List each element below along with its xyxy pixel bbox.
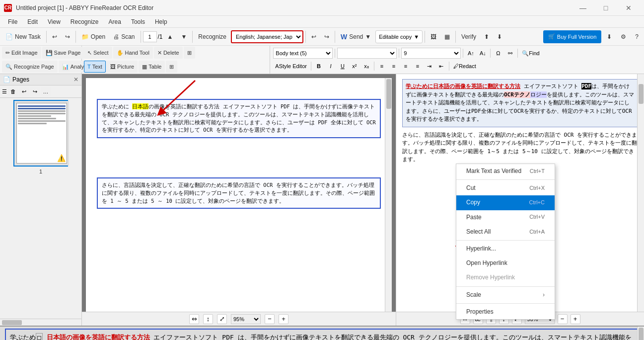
save-page-button[interactable]: 💾 Save Page [42, 47, 84, 59]
align-center-button[interactable]: ≡ [388, 61, 399, 72]
panel-redo-button[interactable]: ↪ [30, 86, 40, 96]
bottom-vscroll-thumb[interactable] [639, 328, 644, 340]
hand-tool-button[interactable]: ✋ Hand Tool [113, 47, 153, 59]
font-select[interactable] [337, 48, 397, 59]
font-increase-button[interactable]: A↑ [465, 48, 476, 59]
italic-button[interactable]: I [325, 61, 336, 72]
outdent-button[interactable]: ⇤ [436, 61, 447, 72]
word-icon[interactable]: W Send ▼ [337, 30, 374, 44]
cm-open-hyperlink[interactable]: Open Hyperlink [456, 256, 555, 270]
expand2-button[interactable]: ⊞ [166, 61, 177, 73]
menu-area[interactable]: Area [105, 16, 125, 27]
selection-box-2[interactable]: さらに、言語認識を決定して、正確な翻訳のために希望の言語で OCR を実行するこ… [97, 177, 381, 209]
align-left-button[interactable]: ≡ [376, 61, 387, 72]
bold-button[interactable]: B [313, 61, 324, 72]
pages-panel-close[interactable]: ✕ [73, 76, 78, 83]
cm-mark-verified[interactable]: Mark Text as Verified Ctrl+T [456, 164, 555, 178]
expand-button[interactable]: ⊞ [184, 47, 195, 59]
language-select[interactable]: English; Japanese; Jap [231, 30, 303, 43]
undo2-button[interactable]: ↩ [308, 30, 320, 44]
delete-button[interactable]: ✕ Delete [154, 47, 183, 59]
verify3-button[interactable]: ⬇ [494, 30, 505, 44]
superscript-button[interactable]: x² [349, 61, 360, 72]
picture-button[interactable]: 🖼 Picture [107, 61, 138, 73]
page-up-button[interactable]: ▲ [164, 30, 177, 44]
cm-cut[interactable]: Cut Ctrl+X [456, 181, 555, 195]
menu-view[interactable]: View [44, 16, 65, 27]
panel-undo-button[interactable]: ↩ [19, 86, 29, 96]
minimize-button[interactable]: — [572, 0, 594, 16]
menu-file[interactable]: File [4, 16, 21, 27]
maximize-button[interactable]: □ [594, 0, 617, 16]
cm-paste[interactable]: Paste Ctrl+V [456, 210, 555, 225]
indent-button[interactable]: ⇥ [424, 61, 435, 72]
layout-button[interactable]: ▦ [441, 30, 453, 44]
ribbon-area: ✏ Edit Image 💾 Save Page 🔍 Recognize Pag… [0, 46, 644, 74]
menu-recognize[interactable]: Recognize [67, 16, 103, 27]
verify2-button[interactable]: ⬆ [481, 30, 493, 44]
font-decrease-button[interactable]: A↓ [477, 48, 488, 59]
panel-more-button[interactable]: … [41, 86, 51, 96]
justify-button[interactable]: ≡ [412, 61, 423, 72]
verify-button[interactable]: Verify [458, 30, 480, 44]
select-button[interactable]: ↖ Select [84, 47, 112, 59]
underline-button[interactable]: U [337, 61, 348, 72]
cm-scale[interactable]: Scale › [456, 288, 555, 302]
cm-copy[interactable]: Copy Ctrl+C [456, 195, 555, 210]
settings-button[interactable]: ⚙ [617, 30, 630, 44]
help-button[interactable]: ? [632, 30, 642, 44]
editable-copy-dropdown[interactable]: Editable copy ▼ [375, 30, 423, 43]
edit-image-button[interactable]: ✏ Edit Image [2, 47, 41, 59]
style-editor-button[interactable]: A Style Editor [273, 61, 309, 72]
image-zoom-select[interactable]: 95% [231, 314, 261, 324]
recognize-page-button[interactable]: 🔍 Recognize Page [2, 61, 58, 73]
image-zoom-in-button[interactable]: + [279, 314, 288, 324]
page-thumbnail[interactable]: ⚠️ [13, 100, 68, 167]
image-vscroll[interactable] [385, 78, 392, 312]
image-align-h-button[interactable]: ⇔ [189, 314, 199, 324]
download-button[interactable]: ⬇ [603, 30, 615, 44]
recognize-button[interactable]: Recognize [195, 30, 230, 44]
size-select[interactable]: 9 [401, 48, 461, 59]
redact-button[interactable]: 🖊 Redact [451, 61, 478, 72]
special2-button[interactable]: ⚯ [504, 48, 515, 59]
right-zoom-in-button[interactable]: + [571, 314, 580, 324]
special1-button[interactable]: Ω [493, 48, 503, 59]
hscroll-thumb[interactable] [2, 320, 22, 325]
vscroll-thumb[interactable] [386, 79, 391, 109]
new-task-button[interactable]: 📄 New Task [2, 30, 44, 44]
cm-select-all[interactable]: Select All Ctrl+A [456, 225, 555, 239]
page-number-input[interactable] [143, 31, 157, 42]
right-content[interactable]: 学ぶために日本語の画像を英語に翻訳する方法 エイファーストソフト PDFは、手間… [396, 74, 644, 326]
align-right-button[interactable]: ≡ [400, 61, 411, 72]
right-text-block-1: 学ぶために日本語の画像を英語に翻訳する方法 エイファーストソフト PDFは、手間… [402, 79, 638, 127]
buy-button[interactable]: 🛒 Buy Full Version [543, 30, 601, 43]
redo-button[interactable]: ↪ [62, 30, 73, 44]
open-button[interactable]: 📁 Open [78, 30, 109, 44]
redo2-button[interactable]: ↪ [321, 30, 333, 44]
text-button[interactable]: T Text [84, 61, 106, 73]
right-vscroll[interactable] [637, 74, 644, 326]
bottom-vscroll[interactable] [637, 327, 644, 340]
menu-help[interactable]: Help [151, 16, 171, 27]
menu-tools[interactable]: Tools [127, 16, 149, 27]
close-button[interactable]: ✕ [617, 0, 640, 16]
cm-properties[interactable]: Properties [456, 305, 555, 319]
image-zoom-out-button[interactable]: − [265, 314, 275, 324]
table-button[interactable]: ▦ Table [139, 61, 165, 73]
style-select[interactable]: Body text (5) [273, 48, 333, 59]
menu-edit[interactable]: Edit [23, 16, 42, 27]
cm-hyperlink[interactable]: Hyperlink... [456, 242, 555, 256]
panel-trash-button[interactable]: 🗑 [8, 86, 18, 96]
page-down-button[interactable]: ▼ [177, 30, 190, 44]
right-vscroll-thumb[interactable] [639, 84, 644, 104]
find-button[interactable]: 🔍 Find [520, 48, 541, 59]
scan-button[interactable]: 🖨 Scan [110, 30, 138, 44]
image-align-v-button[interactable]: ↕ [203, 314, 213, 324]
screenshot-button[interactable]: 🖼 [427, 30, 440, 44]
undo-button[interactable]: ↩ [49, 30, 61, 44]
right-zoom-out-button[interactable]: − [558, 314, 568, 324]
subscript-button[interactable]: x₂ [361, 61, 372, 72]
image-fit-button[interactable]: ⤢ [217, 314, 227, 324]
selection-box-1[interactable]: 学ぶために 日本語の画像を英語に翻訳する方法 エイファーストソフト PDF は、… [97, 99, 381, 138]
